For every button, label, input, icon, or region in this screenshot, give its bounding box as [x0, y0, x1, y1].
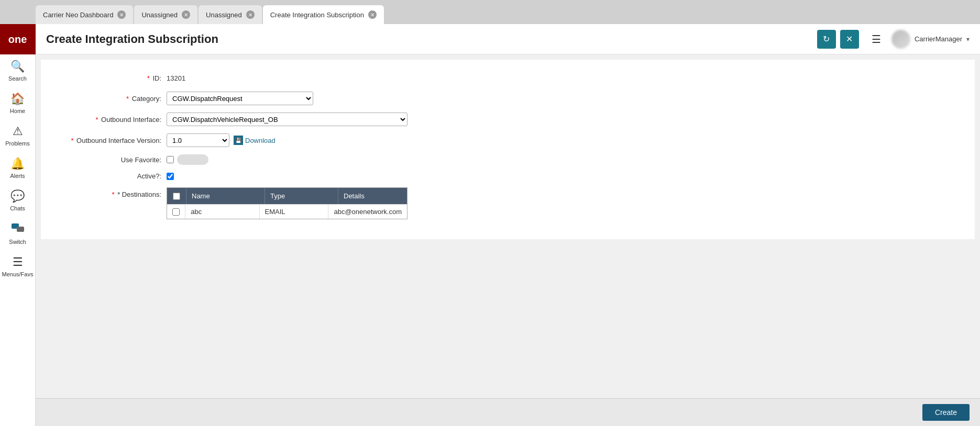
active-row: Active?: [51, 172, 964, 180]
row-checkbox[interactable] [172, 208, 180, 216]
download-icon: 💾 [234, 136, 243, 145]
tab-close-carrier-neo[interactable]: ✕ [117, 10, 126, 19]
th-name: Name [186, 188, 265, 204]
sidebar-item-label: Chats [10, 205, 25, 211]
required-star-cat: * [126, 95, 129, 103]
sidebar-item-problems[interactable]: ⚠ Problems [0, 119, 35, 152]
chats-icon: 💬 [10, 189, 25, 203]
required-star-ov: * [71, 137, 73, 144]
menus-icon: ☰ [13, 255, 23, 269]
row-name: abc [185, 205, 259, 219]
outbound-version-label: * Outbound Interface Version: [51, 137, 167, 144]
search-icon: 🔍 [10, 60, 25, 73]
required-star: * [147, 74, 150, 82]
th-checkbox [167, 188, 186, 204]
tab-label: Create Integration Subscription [270, 11, 364, 19]
sidebar: one 🔍 Search 🏠 Home ⚠ Problems 🔔 Alerts … [0, 24, 36, 426]
required-star-dest: * [112, 190, 114, 198]
active-checkbox[interactable] [167, 173, 174, 180]
category-row: * Category: CGW.DispatchRequest [51, 92, 964, 105]
category-select[interactable]: CGW.DispatchRequest [167, 92, 313, 105]
sidebar-item-alerts[interactable]: 🔔 Alerts [0, 152, 35, 184]
sidebar-item-label: Home [10, 108, 25, 114]
th-type: Type [265, 188, 338, 204]
outbound-interface-select[interactable]: CGW.DispatchVehicleRequest_OB [167, 113, 408, 126]
sidebar-item-switch[interactable]: Switch [0, 217, 35, 250]
tab-close-unassigned-1[interactable]: ✕ [182, 10, 190, 19]
problems-icon: ⚠ [13, 125, 23, 138]
row-details: abc@onenetwork.com [328, 205, 407, 219]
destinations-section: * * Destinations: Name Type Details [51, 187, 964, 219]
tab-close-create-integration[interactable]: ✕ [368, 10, 377, 19]
category-label-text: Category: [132, 95, 161, 103]
tab-label: Unassigned [206, 11, 242, 19]
use-favorite-label-text: Use Favorite: [121, 156, 161, 164]
outbound-version-label-text: Outbound Interface Version: [76, 137, 161, 144]
tab-carrier-neo-dashboard[interactable]: Carrier Neo Dashboard ✕ [36, 5, 133, 24]
form-scroll: * ID: 13201 * Category: CGW.DispatchRequ… [36, 54, 980, 398]
switch-icon [12, 222, 24, 237]
sidebar-item-label: Switch [9, 239, 26, 245]
outbound-version-row: * Outbound Interface Version: 1.0 💾 Down… [51, 133, 964, 147]
user-dropdown-arrow[interactable]: ▾ [966, 36, 970, 43]
outbound-interface-row: * Outbound Interface: CGW.DispatchVehicl… [51, 113, 964, 126]
outbound-interface-label: * Outbound Interface: [51, 116, 167, 124]
active-label-text: Active?: [137, 172, 161, 180]
tab-unassigned-1[interactable]: Unassigned ✕ [134, 5, 197, 24]
close-icon: ✕ [846, 34, 853, 44]
select-all-checkbox[interactable] [173, 193, 180, 200]
use-favorite-toggle [177, 154, 208, 165]
logo-text: one [8, 33, 27, 46]
destinations-table: Name Type Details abc EMAIL abc@onenetwo… [167, 187, 408, 219]
use-favorite-row: Use Favorite: [51, 154, 964, 165]
sidebar-item-search[interactable]: 🔍 Search [0, 54, 35, 87]
tab-create-integration-subscription[interactable]: Create Integration Subscription ✕ [263, 5, 384, 24]
home-icon: 🏠 [10, 92, 25, 106]
row-type: EMAIL [259, 205, 328, 219]
refresh-button[interactable]: ↻ [817, 30, 836, 49]
use-favorite-label: Use Favorite: [51, 156, 167, 164]
tab-bar: Carrier Neo Dashboard ✕ Unassigned ✕ Una… [0, 0, 980, 24]
tab-label: Carrier Neo Dashboard [43, 11, 113, 19]
download-link[interactable]: 💾 Download [234, 136, 276, 145]
id-label: * ID: [51, 74, 167, 82]
row-checkbox-cell [167, 205, 185, 219]
app-logo[interactable]: one [0, 24, 36, 54]
close-form-button[interactable]: ✕ [840, 30, 859, 49]
user-section: CarrierManager ▾ [891, 30, 970, 49]
alerts-icon: 🔔 [10, 157, 25, 171]
header-actions: ↻ ✕ ☰ CarrierManager ▾ [817, 30, 970, 49]
table-header-row: Name Type Details [167, 188, 407, 204]
sidebar-item-menus-favs[interactable]: ☰ Menus/Favs [0, 250, 35, 283]
outbound-interface-label-text: Outbound Interface: [101, 116, 161, 124]
active-label: Active?: [51, 172, 167, 180]
th-details: Details [338, 188, 407, 204]
outbound-version-select[interactable]: 1.0 [167, 133, 229, 147]
hamburger-menu-icon[interactable]: ☰ [872, 33, 881, 46]
sidebar-item-label: Menus/Favs [2, 271, 34, 277]
sidebar-item-label: Search [8, 75, 27, 82]
sidebar-item-label: Alerts [10, 173, 25, 179]
refresh-icon: ↻ [823, 34, 830, 44]
download-label: Download [245, 137, 276, 144]
tab-label: Unassigned [141, 11, 178, 19]
table-row: abc EMAIL abc@onenetwork.com [167, 204, 407, 219]
sidebar-item-home[interactable]: 🏠 Home [0, 87, 35, 119]
destinations-label-text: * Destinations: [117, 190, 161, 198]
use-favorite-checkbox[interactable] [167, 156, 174, 163]
svg-rect-1 [17, 227, 24, 232]
sidebar-item-chats[interactable]: 💬 Chats [0, 184, 35, 217]
avatar [891, 30, 910, 49]
content-area: Create Integration Subscription ↻ ✕ ☰ Ca… [36, 24, 980, 426]
destinations-label: * * Destinations: [51, 187, 167, 198]
id-value: 13201 [167, 72, 185, 84]
main-layout: one 🔍 Search 🏠 Home ⚠ Problems 🔔 Alerts … [0, 24, 980, 426]
content-header: Create Integration Subscription ↻ ✕ ☰ Ca… [36, 24, 980, 54]
tab-unassigned-2[interactable]: Unassigned ✕ [199, 5, 262, 24]
page-title: Create Integration Subscription [46, 32, 817, 46]
sidebar-item-label: Problems [5, 140, 29, 147]
category-label: * Category: [51, 95, 167, 103]
create-button[interactable]: Create [922, 404, 970, 421]
tab-close-unassigned-2[interactable]: ✕ [246, 10, 255, 19]
form-container: * ID: 13201 * Category: CGW.DispatchRequ… [41, 60, 975, 239]
